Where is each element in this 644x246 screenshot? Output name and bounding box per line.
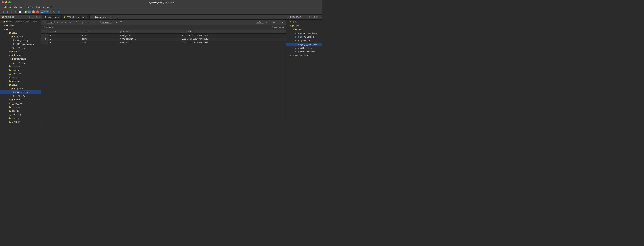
settings-btn[interactable]: ⚙	[281, 21, 284, 24]
table-row[interactable]: 3 3 app02 0001_initial 2022-07-03 08:17:…	[41, 41, 286, 44]
next-page-btn[interactable]: ▶	[64, 21, 68, 24]
tree-migrations-app02[interactable]: ▼ 📁 migrations	[0, 87, 41, 90]
tree-0001-initial-app01[interactable]: 🐍 0001_initial.py	[0, 39, 41, 42]
tab-close-btn[interactable]: ×	[86, 16, 88, 18]
tree-app01[interactable]: ▼ 📁 app01	[0, 31, 41, 35]
db-sqlite-sequence[interactable]: ▶ ⊞ sqlite_sequence	[286, 50, 322, 54]
sidebar-settings-icon[interactable]: ⚙	[28, 16, 30, 18]
cell-app[interactable]: app02	[80, 41, 118, 44]
file-btn[interactable]: 📄	[18, 10, 22, 14]
menu-django-migrations[interactable]: django_migrations	[34, 6, 54, 9]
right-icon5[interactable]: —	[319, 16, 321, 18]
col-app[interactable]: A app ⬆	[80, 30, 118, 34]
tree-venv[interactable]: ▶ 📁 .venv	[0, 24, 41, 27]
commit-btn[interactable]: ↑	[92, 21, 95, 24]
tree-templates-app01[interactable]: ▶ 📁 templates	[0, 53, 41, 57]
search-btn[interactable]: 🔍	[119, 21, 123, 24]
cell-id[interactable]: 3	[48, 41, 80, 44]
filter-btn[interactable]: ⊞	[43, 21, 46, 24]
tree-tests-app02[interactable]: 🐍 tests.py	[0, 116, 41, 120]
db-tables[interactable]: ▼ 📁 tables 6	[286, 28, 322, 31]
col-id[interactable]: # id ⬆	[48, 30, 80, 34]
more-options-btn[interactable]: ◌	[277, 21, 280, 24]
first-page-btn[interactable]: |◀	[56, 21, 59, 24]
cell-id[interactable]: 2	[48, 37, 80, 41]
last-page-btn[interactable]: ▶|	[69, 21, 72, 24]
csv-dropdown[interactable]: CSV ▾	[256, 21, 264, 24]
right-icon3[interactable]: ⚙	[314, 16, 316, 18]
tree-admin-app02[interactable]: 🐍 admin.py	[0, 105, 41, 109]
ddl-btn[interactable]: DDL	[113, 21, 118, 24]
refresh-btn[interactable]: ↺	[13, 10, 17, 14]
tab-close-btn[interactable]: ×	[58, 16, 59, 18]
right-icon2[interactable]: ☰	[311, 16, 313, 18]
db-app01-department[interactable]: ▶ ⊞ app01_department	[286, 31, 322, 35]
menu-database[interactable]: Database	[1, 6, 13, 9]
tree-admin-app01[interactable]: 🐍 admin.py	[0, 65, 41, 68]
search-icon[interactable]: 🔍	[52, 10, 56, 14]
sidebar-collapse-icon[interactable]: —	[34, 16, 36, 18]
sidebar-gear-icon[interactable]: ⚙	[36, 16, 38, 18]
cell-app[interactable]: app01	[80, 34, 118, 37]
right-icon4[interactable]: ⚙	[316, 16, 318, 18]
tree-views-app01[interactable]: 🐍 views.py	[0, 79, 41, 83]
tree-0002-department[interactable]: 🐍 0002_department.py	[0, 42, 41, 46]
import-btn[interactable]: ↓	[269, 21, 272, 24]
tree-models-app02[interactable]: 🐍 models.py	[0, 113, 41, 116]
menu-tables[interactable]: tables	[26, 6, 34, 9]
maximize-button[interactable]	[8, 1, 10, 3]
tx-dropdown[interactable]: Tx: Auto ▾	[100, 21, 112, 24]
table-row[interactable]: 2 2 app01 0002_department 2022-07-03 08:…	[41, 37, 286, 41]
export-btn[interactable]: ↑	[265, 21, 268, 24]
stop-btn[interactable]: ■	[36, 11, 39, 14]
config-dropdown[interactable]: day04 ▾	[40, 11, 49, 13]
tree-views-app02[interactable]: 🐍 views.py	[0, 120, 41, 123]
tree-migrations-app01[interactable]: ▼ 📁 migrations	[0, 35, 41, 39]
close-button[interactable]	[2, 1, 4, 3]
cell-name[interactable]: 0001_initial	[118, 41, 180, 44]
col-name[interactable]: A name ⬆	[118, 30, 180, 34]
cell-app[interactable]: app01	[80, 37, 118, 41]
tree-templatetags[interactable]: ▼ 📁 templatetags	[0, 57, 41, 61]
tree-init-migrations-app01[interactable]: 🐍 __init__.py	[0, 46, 41, 50]
tree-app02[interactable]: ▼ 📁 app02	[0, 83, 41, 87]
tree-apps-py-app01[interactable]: 🐍 apps.py	[0, 68, 41, 72]
debug-btn[interactable]: ⚙	[28, 11, 31, 14]
tree-apps-py-app02[interactable]: 🐍 apps.py	[0, 109, 41, 113]
cell-applied[interactable]: 2022-07-03 08:17:04.635811	[180, 41, 274, 44]
db-app01-userinfo[interactable]: ▶ ⊞ app01_userinfo	[286, 35, 322, 39]
tab-models-py[interactable]: 🐍 models.py ×	[42, 15, 61, 19]
db-server-objects[interactable]: ▶ 🖥 Server Objects	[286, 54, 322, 57]
tree-day04-root[interactable]: ▼ 📁 day04 ~/PycharmProjects/5x_django...	[0, 20, 41, 24]
tree-apps[interactable]: ▼ 📁 apps	[0, 27, 41, 31]
cell-applied[interactable]: 2022-07-03 08:17:04.632912	[180, 37, 274, 41]
table-row[interactable]: 1 1 app01 0001_initial 2022-07-03 08:17:…	[41, 34, 286, 37]
coverage-btn[interactable]: ◎	[32, 11, 35, 14]
run-btn[interactable]: ▶	[24, 11, 28, 14]
forward-btn[interactable]: ▶	[6, 10, 10, 14]
sidebar-layout-icon[interactable]: ☰	[31, 16, 33, 18]
minimize-button[interactable]	[5, 1, 7, 3]
undo-btn[interactable]: ↩	[84, 21, 87, 24]
reload-btn[interactable]: ↺	[74, 21, 78, 24]
tab-0002-department[interactable]: 🐍 0002_department.py ×	[61, 15, 90, 19]
tree-static-app01[interactable]: ▶ 📁 static	[0, 50, 41, 53]
sidebar-close-icon[interactable]: ×	[38, 16, 40, 18]
db-root[interactable]: ▼ 🗄 db 1	[286, 20, 322, 24]
cell-applied[interactable]: 2022-07-03 08:17:04.627981	[180, 34, 274, 37]
back-btn[interactable]: ◀	[1, 10, 5, 14]
db-django-migrations[interactable]: ▼ ⊞ django_migrations	[286, 43, 322, 46]
tree-tests-app01[interactable]: 🐍 tests.py	[0, 76, 41, 79]
prev-page-btn[interactable]: ◀	[60, 21, 64, 24]
tree-init-app02-root[interactable]: 🐍 __init__.py	[0, 102, 41, 105]
menu-db[interactable]: db	[13, 6, 18, 9]
tab-close-btn[interactable]: ×	[112, 16, 113, 18]
add-row-btn[interactable]: +	[78, 21, 81, 24]
tree-0001-initial-app02[interactable]: 🐍 0001_initial.py	[0, 90, 41, 94]
cell-name[interactable]: 0001_initial	[118, 34, 180, 37]
db-app02-role[interactable]: ▶ ⊞ app02_role	[286, 39, 322, 43]
cell-id[interactable]: 1	[48, 34, 80, 37]
db-sqlite-master[interactable]: ▶ ⊞ sqlite_master	[286, 46, 322, 50]
col-applied[interactable]: T applied ⬆	[180, 30, 274, 34]
db-main[interactable]: ▼ 📂 main	[286, 24, 322, 28]
